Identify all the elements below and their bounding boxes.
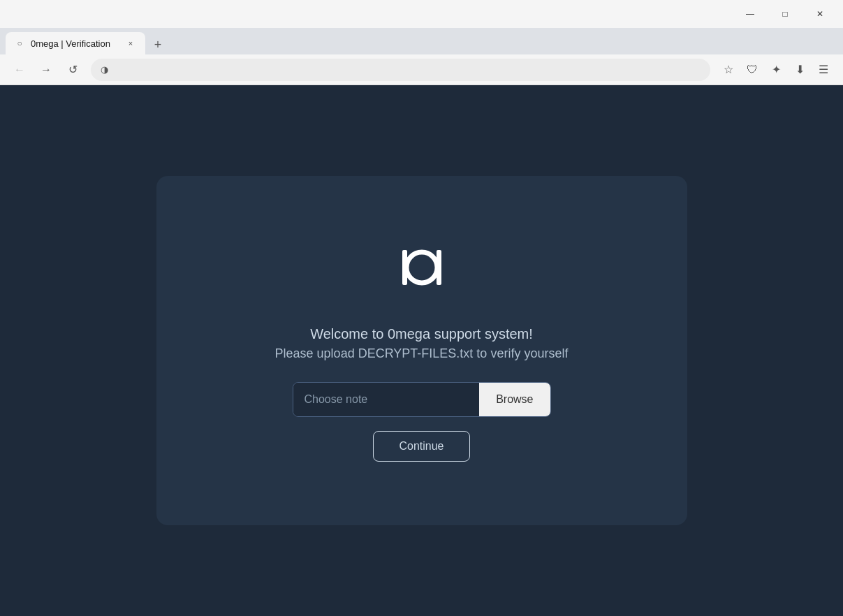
- maximize-button[interactable]: □: [769, 4, 801, 24]
- title-bar: — □ ✕: [0, 0, 843, 28]
- active-tab[interactable]: ○ 0mega | Verification ×: [6, 32, 145, 54]
- address-bar[interactable]: ◑: [91, 59, 710, 81]
- tab-favicon-icon: ○: [14, 38, 25, 49]
- verification-card: Welcome to 0mega support system! Please …: [156, 176, 687, 525]
- continue-button[interactable]: Continue: [373, 431, 469, 462]
- tab-title: 0mega | Verification: [31, 38, 119, 49]
- welcome-line1: Welcome to 0mega support system!: [275, 326, 569, 342]
- download-button[interactable]: ⬇: [789, 59, 811, 81]
- spark-button[interactable]: ✦: [765, 59, 787, 81]
- welcome-line2: Please upload DECRYPT-FILES.txt to verif…: [275, 346, 569, 361]
- page-content: Welcome to 0mega support system! Please …: [0, 85, 843, 616]
- menu-icon: ☰: [819, 63, 828, 76]
- omega-logo: [387, 233, 457, 302]
- bookmark-button[interactable]: ☆: [717, 59, 740, 81]
- shield-icon: 🛡: [747, 64, 758, 76]
- shield-button[interactable]: 🛡: [741, 59, 763, 81]
- spark-icon: ✦: [772, 63, 781, 76]
- svg-point-2: [406, 252, 437, 283]
- minimize-button[interactable]: —: [734, 4, 766, 24]
- forward-button[interactable]: →: [35, 59, 57, 81]
- nav-bar: ← → ↺ ◑ ☆ 🛡 ✦ ⬇ ☰: [0, 54, 843, 85]
- forward-icon: →: [41, 64, 52, 76]
- tab-bar: ○ 0mega | Verification × +: [0, 28, 843, 54]
- browse-button[interactable]: Browse: [479, 383, 550, 416]
- refresh-icon: ↺: [68, 63, 78, 76]
- title-bar-controls: — □ ✕: [734, 4, 836, 24]
- refresh-button[interactable]: ↺: [61, 59, 84, 81]
- close-window-button[interactable]: ✕: [804, 4, 836, 24]
- bookmark-icon: ☆: [724, 63, 733, 76]
- browser-window: — □ ✕ ○ 0mega | Verification × + ← → ↺ ◑: [0, 0, 843, 616]
- new-tab-button[interactable]: +: [148, 35, 168, 54]
- file-input-container: Choose note Browse: [293, 382, 551, 417]
- back-button[interactable]: ←: [8, 59, 31, 81]
- logo-container: [387, 233, 457, 305]
- nav-toolbar-icons: ☆ 🛡 ✦ ⬇ ☰: [717, 59, 835, 81]
- menu-button[interactable]: ☰: [812, 59, 835, 81]
- tab-close-icon[interactable]: ×: [124, 37, 137, 50]
- welcome-text: Welcome to 0mega support system! Please …: [275, 326, 569, 361]
- download-icon: ⬇: [796, 63, 805, 76]
- file-input-placeholder-text: Choose note: [293, 383, 480, 416]
- address-input[interactable]: [114, 64, 701, 75]
- back-icon: ←: [14, 64, 25, 76]
- address-privacy-icon: ◑: [101, 64, 108, 75]
